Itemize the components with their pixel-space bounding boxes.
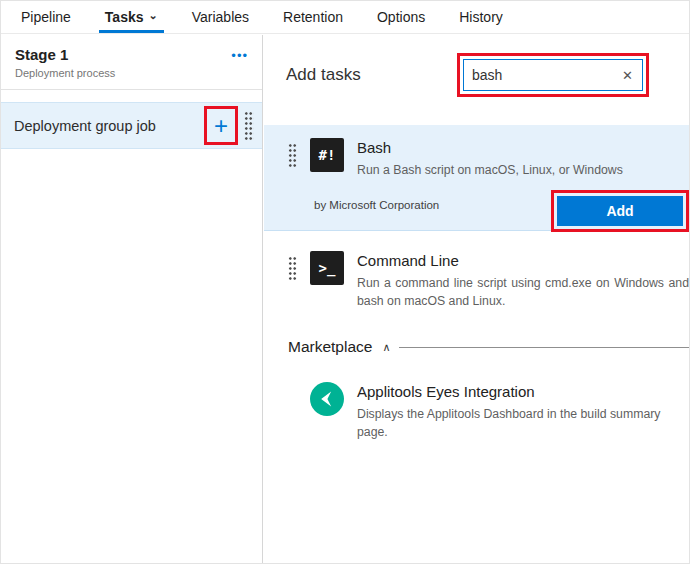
add-tasks-panel: Add tasks ✕ #! Bash Run a Bash script on…: [264, 35, 689, 563]
marketplace-section-header[interactable]: Marketplace ∧: [288, 338, 689, 356]
job-label: Deployment group job: [14, 118, 204, 134]
drag-handle-icon[interactable]: [288, 256, 297, 281]
annotation-box-add-button: Add: [551, 190, 689, 232]
task-title: Command Line: [357, 252, 689, 269]
task-texts: Bash Run a Bash script on macOS, Linux, …: [357, 138, 623, 180]
chevron-up-icon: ∧: [382, 341, 390, 354]
tab-label: Pipeline: [21, 9, 71, 25]
applitools-icon: [310, 382, 344, 416]
tab-label: Variables: [192, 9, 249, 25]
task-row: #! Bash Run a Bash script on macOS, Linu…: [264, 125, 689, 180]
task-list-item-bash[interactable]: #! Bash Run a Bash script on macOS, Linu…: [264, 125, 689, 231]
stage-title: Stage 1: [15, 46, 115, 63]
tab-label: History: [459, 9, 503, 25]
item-description: Displays the Applitools Dashboard in the…: [357, 406, 689, 442]
task-list-item-command-line[interactable]: >_ Command Line Run a command line scrip…: [264, 231, 689, 311]
pipeline-nav-bar: Pipeline Tasks ⌄ Variables Retention Opt…: [1, 1, 689, 34]
marketplace-divider: [399, 347, 690, 348]
deployment-group-job-row[interactable]: Deployment group job +: [1, 102, 262, 149]
tab-options[interactable]: Options: [371, 1, 431, 33]
tab-tasks[interactable]: Tasks ⌄: [99, 1, 164, 33]
task-title: Bash: [357, 139, 623, 156]
stage-subtitle: Deployment process: [15, 67, 115, 79]
tab-label: Tasks: [105, 9, 144, 25]
drag-handle-icon[interactable]: [288, 143, 297, 168]
tab-retention[interactable]: Retention: [277, 1, 349, 33]
tab-label: Options: [377, 9, 425, 25]
tab-variables[interactable]: Variables: [186, 1, 255, 33]
annotation-box-search: ✕: [457, 53, 649, 97]
tab-history[interactable]: History: [453, 1, 509, 33]
release-pipeline-editor: Pipeline Tasks ⌄ Variables Retention Opt…: [0, 0, 690, 564]
marketplace-label: Marketplace: [288, 338, 372, 356]
tab-label: Retention: [283, 9, 343, 25]
plus-icon: +: [214, 112, 228, 139]
task-texts: Command Line Run a command line script u…: [357, 251, 689, 311]
bash-task-icon: #!: [310, 138, 344, 172]
stage-titles: Stage 1 Deployment process: [15, 46, 115, 79]
stages-panel: Stage 1 Deployment process ••• Deploymen…: [1, 35, 263, 563]
command-line-task-icon: >_: [310, 251, 344, 285]
annotation-box-add-task: +: [204, 106, 238, 145]
marketplace-item-applitools[interactable]: Applitools Eyes Integration Displays the…: [264, 356, 689, 442]
clear-search-icon[interactable]: ✕: [618, 68, 642, 83]
panel-header: Add tasks ✕: [264, 35, 689, 109]
task-search-input[interactable]: [464, 67, 618, 83]
item-title: Applitools Eyes Integration: [357, 383, 689, 400]
panel-title: Add tasks: [286, 65, 361, 85]
stage-menu-button[interactable]: •••: [231, 48, 248, 63]
task-footer: by Microsoft Corporation Add: [264, 182, 689, 230]
task-description: Run a Bash script on macOS, Linux, or Wi…: [357, 162, 623, 180]
publisher-label: by Microsoft Corporation: [314, 199, 439, 221]
stage-header: Stage 1 Deployment process •••: [1, 35, 262, 90]
add-button[interactable]: Add: [557, 196, 683, 226]
task-description: Run a command line script using cmd.exe …: [357, 275, 689, 311]
ellipsis-icon: •••: [231, 48, 248, 63]
chevron-down-icon: ⌄: [149, 10, 158, 21]
add-task-to-job-button[interactable]: +: [208, 113, 234, 139]
tab-pipeline[interactable]: Pipeline: [15, 1, 77, 33]
task-search-box: ✕: [463, 59, 643, 91]
drag-handle-icon[interactable]: [244, 111, 254, 141]
item-texts: Applitools Eyes Integration Displays the…: [357, 382, 689, 442]
